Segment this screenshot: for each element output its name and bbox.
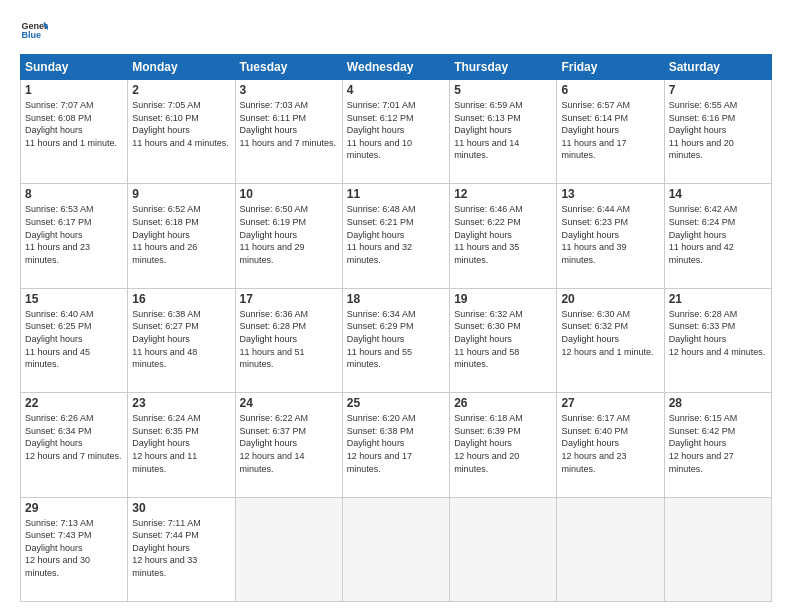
calendar-cell: 10Sunrise: 6:50 AMSunset: 6:19 PMDayligh… [235,184,342,288]
cell-content: Sunrise: 6:59 AMSunset: 6:13 PMDaylight … [454,99,552,162]
cell-content: Sunrise: 6:15 AMSunset: 6:42 PMDaylight … [669,412,767,475]
day-number: 24 [240,396,338,410]
day-number: 27 [561,396,659,410]
calendar-cell: 4Sunrise: 7:01 AMSunset: 6:12 PMDaylight… [342,80,449,184]
day-number: 29 [25,501,123,515]
calendar-cell: 13Sunrise: 6:44 AMSunset: 6:23 PMDayligh… [557,184,664,288]
day-number: 28 [669,396,767,410]
day-number: 8 [25,187,123,201]
day-number: 3 [240,83,338,97]
calendar-cell: 14Sunrise: 6:42 AMSunset: 6:24 PMDayligh… [664,184,771,288]
day-number: 23 [132,396,230,410]
calendar-week-4: 22Sunrise: 6:26 AMSunset: 6:34 PMDayligh… [21,393,772,497]
cell-content: Sunrise: 7:07 AMSunset: 6:08 PMDaylight … [25,99,123,149]
calendar-week-5: 29Sunrise: 7:13 AMSunset: 7:43 PMDayligh… [21,497,772,601]
calendar-cell: 9Sunrise: 6:52 AMSunset: 6:18 PMDaylight… [128,184,235,288]
cell-content: Sunrise: 6:34 AMSunset: 6:29 PMDaylight … [347,308,445,371]
calendar-week-3: 15Sunrise: 6:40 AMSunset: 6:25 PMDayligh… [21,288,772,392]
day-number: 21 [669,292,767,306]
cell-content: Sunrise: 7:11 AMSunset: 7:44 PMDaylight … [132,517,230,580]
cell-content: Sunrise: 6:55 AMSunset: 6:16 PMDaylight … [669,99,767,162]
col-saturday: Saturday [664,55,771,80]
cell-content: Sunrise: 6:30 AMSunset: 6:32 PMDaylight … [561,308,659,358]
cell-content: Sunrise: 6:28 AMSunset: 6:33 PMDaylight … [669,308,767,358]
cell-content: Sunrise: 6:32 AMSunset: 6:30 PMDaylight … [454,308,552,371]
day-number: 26 [454,396,552,410]
cell-content: Sunrise: 6:50 AMSunset: 6:19 PMDaylight … [240,203,338,266]
calendar-cell: 21Sunrise: 6:28 AMSunset: 6:33 PMDayligh… [664,288,771,392]
day-number: 13 [561,187,659,201]
day-number: 2 [132,83,230,97]
day-number: 9 [132,187,230,201]
logo: General Blue [20,16,52,44]
cell-content: Sunrise: 6:38 AMSunset: 6:27 PMDaylight … [132,308,230,371]
day-number: 5 [454,83,552,97]
calendar-cell: 23Sunrise: 6:24 AMSunset: 6:35 PMDayligh… [128,393,235,497]
col-monday: Monday [128,55,235,80]
calendar-cell: 27Sunrise: 6:17 AMSunset: 6:40 PMDayligh… [557,393,664,497]
cell-content: Sunrise: 6:53 AMSunset: 6:17 PMDaylight … [25,203,123,266]
day-number: 6 [561,83,659,97]
calendar-cell: 6Sunrise: 6:57 AMSunset: 6:14 PMDaylight… [557,80,664,184]
cell-content: Sunrise: 6:26 AMSunset: 6:34 PMDaylight … [25,412,123,462]
calendar-cell: 11Sunrise: 6:48 AMSunset: 6:21 PMDayligh… [342,184,449,288]
cell-content: Sunrise: 7:13 AMSunset: 7:43 PMDaylight … [25,517,123,580]
col-wednesday: Wednesday [342,55,449,80]
calendar-header-row: Sunday Monday Tuesday Wednesday Thursday… [21,55,772,80]
calendar-cell: 15Sunrise: 6:40 AMSunset: 6:25 PMDayligh… [21,288,128,392]
cell-content: Sunrise: 7:01 AMSunset: 6:12 PMDaylight … [347,99,445,162]
cell-content: Sunrise: 6:48 AMSunset: 6:21 PMDaylight … [347,203,445,266]
calendar-cell: 28Sunrise: 6:15 AMSunset: 6:42 PMDayligh… [664,393,771,497]
day-number: 15 [25,292,123,306]
cell-content: Sunrise: 6:36 AMSunset: 6:28 PMDaylight … [240,308,338,371]
col-friday: Friday [557,55,664,80]
day-number: 25 [347,396,445,410]
calendar-cell [342,497,449,601]
day-number: 4 [347,83,445,97]
calendar-cell: 16Sunrise: 6:38 AMSunset: 6:27 PMDayligh… [128,288,235,392]
calendar-cell: 29Sunrise: 7:13 AMSunset: 7:43 PMDayligh… [21,497,128,601]
day-number: 17 [240,292,338,306]
cell-content: Sunrise: 6:40 AMSunset: 6:25 PMDaylight … [25,308,123,371]
calendar-week-2: 8Sunrise: 6:53 AMSunset: 6:17 PMDaylight… [21,184,772,288]
cell-content: Sunrise: 6:44 AMSunset: 6:23 PMDaylight … [561,203,659,266]
calendar-cell: 18Sunrise: 6:34 AMSunset: 6:29 PMDayligh… [342,288,449,392]
calendar-cell: 1Sunrise: 7:07 AMSunset: 6:08 PMDaylight… [21,80,128,184]
calendar-cell: 8Sunrise: 6:53 AMSunset: 6:17 PMDaylight… [21,184,128,288]
page: General Blue Sunday Monday Tuesday Wedne… [0,0,792,612]
calendar-cell: 7Sunrise: 6:55 AMSunset: 6:16 PMDaylight… [664,80,771,184]
cell-content: Sunrise: 6:46 AMSunset: 6:22 PMDaylight … [454,203,552,266]
calendar-cell: 19Sunrise: 6:32 AMSunset: 6:30 PMDayligh… [450,288,557,392]
day-number: 12 [454,187,552,201]
svg-text:Blue: Blue [21,30,41,40]
cell-content: Sunrise: 6:22 AMSunset: 6:37 PMDaylight … [240,412,338,475]
day-number: 7 [669,83,767,97]
cell-content: Sunrise: 6:52 AMSunset: 6:18 PMDaylight … [132,203,230,266]
logo-icon: General Blue [20,16,48,44]
cell-content: Sunrise: 6:42 AMSunset: 6:24 PMDaylight … [669,203,767,266]
cell-content: Sunrise: 6:18 AMSunset: 6:39 PMDaylight … [454,412,552,475]
calendar-cell: 2Sunrise: 7:05 AMSunset: 6:10 PMDaylight… [128,80,235,184]
calendar-cell: 5Sunrise: 6:59 AMSunset: 6:13 PMDaylight… [450,80,557,184]
col-thursday: Thursday [450,55,557,80]
calendar-cell: 25Sunrise: 6:20 AMSunset: 6:38 PMDayligh… [342,393,449,497]
calendar-cell: 17Sunrise: 6:36 AMSunset: 6:28 PMDayligh… [235,288,342,392]
col-sunday: Sunday [21,55,128,80]
day-number: 14 [669,187,767,201]
day-number: 30 [132,501,230,515]
calendar-cell: 3Sunrise: 7:03 AMSunset: 6:11 PMDaylight… [235,80,342,184]
calendar-table: Sunday Monday Tuesday Wednesday Thursday… [20,54,772,602]
cell-content: Sunrise: 7:03 AMSunset: 6:11 PMDaylight … [240,99,338,149]
day-number: 10 [240,187,338,201]
calendar-cell: 24Sunrise: 6:22 AMSunset: 6:37 PMDayligh… [235,393,342,497]
calendar-cell [557,497,664,601]
day-number: 11 [347,187,445,201]
calendar-cell [450,497,557,601]
calendar-cell: 20Sunrise: 6:30 AMSunset: 6:32 PMDayligh… [557,288,664,392]
cell-content: Sunrise: 6:57 AMSunset: 6:14 PMDaylight … [561,99,659,162]
col-tuesday: Tuesday [235,55,342,80]
day-number: 22 [25,396,123,410]
calendar-cell: 30Sunrise: 7:11 AMSunset: 7:44 PMDayligh… [128,497,235,601]
cell-content: Sunrise: 6:24 AMSunset: 6:35 PMDaylight … [132,412,230,475]
calendar-cell [664,497,771,601]
